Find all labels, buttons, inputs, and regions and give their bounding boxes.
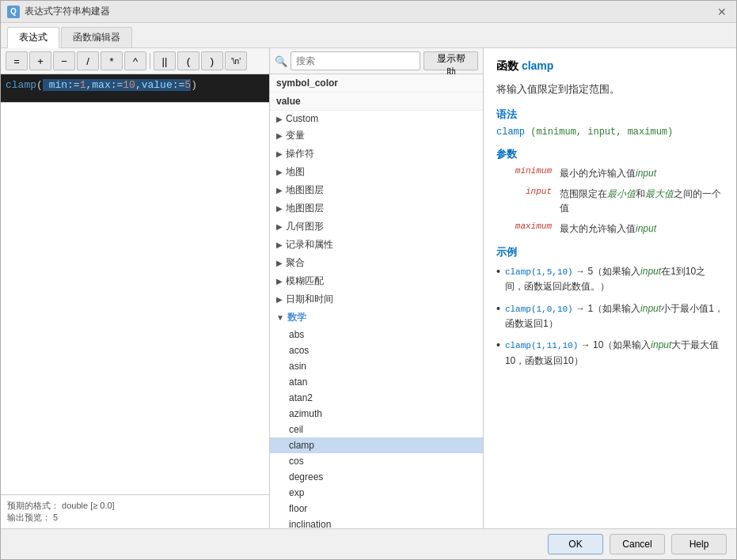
param-row-maximum: maximum 最大的允许输入值input [496,221,724,236]
category-label-maplayer1: 地图图层 [286,184,324,197]
format-value: double [≥ 0.0] [62,501,115,510]
list-item-symbol-color[interactable]: symbol_color [270,74,483,93]
category-label-math: 数学 [287,311,306,324]
arrow-variables: ▶ [276,131,283,140]
example-text-3: clamp(1,11,10) → 10（如果输入input大于最大值10，函数返… [505,338,724,369]
category-map[interactable]: ▶ 地图 [270,163,483,181]
fn-atan2[interactable]: atan2 [270,390,483,406]
ok-button[interactable]: OK [548,534,603,554]
expression-editor[interactable]: clamp( min:=1,max:=10,value:=5) [1,74,269,103]
param-desc-maximum: 最大的允许输入值input [560,221,724,236]
fn-exp[interactable]: exp [270,485,483,501]
param-desc-minimum: 最小的允许输入值input [560,166,724,180]
category-records[interactable]: ▶ 记录和属性 [270,236,483,254]
example-3: • clamp(1,11,10) → 10（如果输入input大于最大值10，函… [496,338,724,369]
bullet-3: • [496,339,500,369]
category-variables[interactable]: ▶ 变量 [270,127,483,145]
fn-degrees[interactable]: degrees [270,469,483,485]
btn-multiply[interactable]: * [101,51,123,70]
list-item-value[interactable]: value [270,93,483,111]
arrow-maplayer2: ▶ [276,204,283,213]
btn-equals[interactable]: = [6,51,28,70]
search-input[interactable] [291,51,420,70]
arrow-math: ▼ [276,313,284,322]
btn-divide[interactable]: / [77,51,99,70]
cancel-button[interactable]: Cancel [610,534,665,554]
right-panel: 函数 clamp 将输入值限定到指定范围。 语法 clamp (minimum,… [484,48,736,528]
category-aggregate[interactable]: ▶ 聚合 [270,254,483,272]
function-list: symbol_color value ▶ Custom ▶ 变量 ▶ 操作符 ▶ [270,74,483,528]
help-description: 将输入值限定到指定范围。 [496,81,724,98]
btn-rparen[interactable]: ) [201,51,223,70]
fn-azimuth[interactable]: azimuth [270,406,483,422]
arrow-datetime: ▶ [276,295,283,304]
fn-asin[interactable]: asin [270,358,483,374]
category-maplayer1[interactable]: ▶ 地图图层 [270,181,483,199]
btn-plus[interactable]: + [29,51,51,70]
category-label-custom: Custom [286,113,318,124]
param-name-minimum: minimum [496,166,552,176]
fn-cos[interactable]: cos [270,453,483,469]
category-label-variables: 变量 [286,129,305,142]
search-icon: 🔍 [275,55,287,67]
fn-acos[interactable]: acos [270,342,483,358]
arrow-operators: ▶ [276,149,283,158]
title-bar-left: Q 表达式字符串构建器 [7,5,110,18]
category-fuzzy[interactable]: ▶ 模糊匹配 [270,272,483,290]
search-bar: 🔍 显示帮助 [270,48,483,74]
category-maplayer2[interactable]: ▶ 地图图层 [270,199,483,218]
fn-ceil[interactable]: ceil [270,422,483,437]
format-label: 预期的格式： [7,501,59,510]
left-panel: = + − / * ^ || ( ) '\n' clamp( min:=1,ma… [1,48,270,528]
category-label-records: 记录和属性 [286,238,333,252]
arrow-records: ▶ [276,240,283,249]
tab-function-editor[interactable]: 函数编辑器 [61,27,132,47]
fn-clamp[interactable]: clamp [270,437,483,453]
params-label: 参数 [496,147,724,161]
btn-power[interactable]: ^ [124,51,146,70]
category-label-map: 地图 [286,165,305,179]
footer: OK Cancel Help [1,528,736,559]
middle-panel: 🔍 显示帮助 symbol_color value ▶ Custom ▶ 变量 [270,48,484,528]
fn-atan[interactable]: atan [270,374,483,390]
syntax-params: (minimum, input, maximum) [530,127,673,138]
category-datetime[interactable]: ▶ 日期和时间 [270,290,483,308]
category-label-aggregate: 聚合 [286,256,305,270]
preview-label: 输出预览： [7,513,51,522]
arrow-maplayer1: ▶ [276,186,283,195]
bottom-info: 预期的格式： double [≥ 0.0] 输出预览： 5 [1,494,269,528]
param-row-minimum: minimum 最小的允许输入值input [496,166,724,180]
bullet-2: • [496,302,500,332]
fn-floor[interactable]: floor [270,501,483,516]
fn-abs[interactable]: abs [270,327,483,342]
help-dialog-button[interactable]: Help [671,534,727,554]
btn-or[interactable]: || [154,51,176,70]
examples-label: 示例 [496,245,724,259]
category-custom[interactable]: ▶ Custom [270,111,483,127]
close-button[interactable]: ✕ [714,4,730,20]
examples-section: • clamp(1,5,10) → 5（如果输入input在1到10之间，函数返… [496,264,724,369]
window-title: 表达式字符串构建器 [25,5,110,18]
category-label-maplayer2: 地图图层 [286,202,324,215]
arrow-fuzzy: ▶ [276,277,283,286]
help-title: 函数 clamp [496,59,724,74]
param-name-input: input [496,187,552,196]
tab-expression[interactable]: 表达式 [7,27,59,48]
category-operators[interactable]: ▶ 操作符 [270,145,483,163]
btn-minus[interactable]: − [53,51,75,70]
example-1: • clamp(1,5,10) → 5（如果输入input在1到10之间，函数返… [496,264,724,295]
btn-lparen[interactable]: ( [177,51,199,70]
example-2: • clamp(1,0,10) → 1（如果输入input小于最小值1，函数返回… [496,301,724,332]
category-math[interactable]: ▼ 数学 [270,308,483,327]
param-name-maximum: maximum [496,221,552,231]
show-help-button[interactable]: 显示帮助 [424,51,478,70]
arrow-custom: ▶ [276,115,283,123]
params-table: minimum 最小的允许输入值input input 范围限定在最小值和最大值… [496,166,724,236]
bullet-1: • [496,265,500,295]
title-bar: Q 表达式字符串构建器 ✕ [1,1,736,23]
param-row-input: input 范围限定在最小值和最大值之间的一个值 [496,187,724,215]
category-geometry[interactable]: ▶ 几何图形 [270,218,483,236]
fn-inclination[interactable]: inclination [270,516,483,528]
btn-newline[interactable]: '\n' [225,51,247,70]
arrow-aggregate: ▶ [276,259,283,267]
